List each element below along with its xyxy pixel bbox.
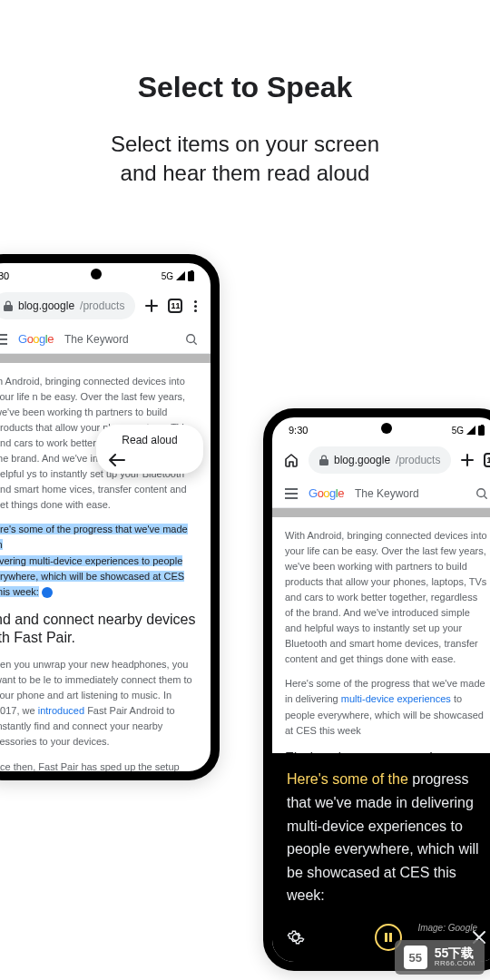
url-host: blog.google <box>334 454 390 466</box>
signal-icon <box>176 271 185 280</box>
search-icon[interactable] <box>185 333 198 346</box>
inline-link[interactable]: multi-device experiences <box>341 693 451 704</box>
subtitle-line2: and hear them read aloud <box>0 159 490 188</box>
lock-icon <box>319 455 328 466</box>
url-path: /products <box>396 454 440 466</box>
hero-image-strip <box>272 508 490 517</box>
status-time: 30 <box>0 270 9 281</box>
camera-notch <box>381 423 392 434</box>
watermark-badge: 55 <box>404 946 427 969</box>
tabs-button[interactable]: 11 <box>484 448 490 472</box>
highlighted-selection[interactable]: ere's some of the progress that we've ma… <box>0 522 198 599</box>
url-host: blog.google <box>18 299 74 312</box>
selection-handle-icon[interactable] <box>42 587 53 598</box>
paragraph: nce then, Fast Pair has sped up the setu… <box>0 760 198 780</box>
status-time: 9:30 <box>289 425 308 436</box>
menu-icon[interactable] <box>0 334 7 345</box>
phone-mockup-right: 9:30 5G blog.google/products 11 Google T… <box>263 408 490 971</box>
search-icon[interactable] <box>475 487 488 500</box>
watermark-url: RR66.COM <box>435 960 475 968</box>
caption-text: Here's some of the progress that we've m… <box>287 768 486 907</box>
watermark: 55 55下载 RR66.COM <box>395 940 485 975</box>
subtitle-line1: Select items on your screen <box>0 130 490 159</box>
network-label: 5G <box>452 426 464 436</box>
back-button[interactable] <box>109 450 191 468</box>
image-credit: Image: Google <box>417 923 477 933</box>
url-path: /products <box>80 299 124 312</box>
battery-icon <box>478 426 485 436</box>
new-tab-button[interactable] <box>144 294 159 318</box>
site-header: Google The Keyword <box>272 479 490 508</box>
address-bar[interactable]: blog.google/products <box>309 446 451 474</box>
browser-toolbar: blog.google/products 11 <box>272 441 490 479</box>
phone-mockup-left: 30 5G blog.google/products 11 Google The… <box>0 254 220 780</box>
home-button[interactable] <box>283 448 299 472</box>
caption-highlight: Here's some of the <box>287 771 408 787</box>
settings-button[interactable] <box>287 928 305 946</box>
network-label: 5G <box>162 271 173 281</box>
tab-count: 11 <box>168 299 182 313</box>
new-tab-button[interactable] <box>460 448 475 472</box>
menu-button[interactable] <box>191 294 200 318</box>
lock-icon <box>4 300 13 311</box>
page-title: Select to Speak <box>0 71 490 104</box>
section-heading: nd and connect nearby devices ith Fast P… <box>0 611 198 649</box>
google-logo: Google <box>309 486 344 500</box>
paragraph: hen you unwrap your new headphones, you … <box>0 657 198 750</box>
site-header: Google The Keyword <box>0 325 211 354</box>
google-logo: Google <box>18 332 54 346</box>
menu-icon[interactable] <box>285 488 298 499</box>
camera-notch <box>91 269 102 279</box>
more-vert-icon <box>194 300 197 312</box>
paragraph: Here's some of the progress that we've m… <box>285 676 488 738</box>
inline-link[interactable]: introduced <box>38 705 84 716</box>
battery-icon <box>188 271 194 281</box>
hero-image-strip <box>0 354 211 363</box>
page-subtitle: Select items on your screen and hear the… <box>0 130 490 189</box>
popover-title: Read aloud <box>109 430 191 450</box>
watermark-title: 55下载 <box>435 946 475 960</box>
status-bar: 30 5G <box>0 263 211 287</box>
browser-toolbar: blog.google/products 11 <box>0 287 211 325</box>
paragraph: With Android, bringing connected devices… <box>285 528 488 667</box>
address-bar[interactable]: blog.google/products <box>0 292 135 319</box>
tab-count: 11 <box>484 453 490 467</box>
site-title: The Keyword <box>355 487 465 500</box>
tabs-button[interactable]: 11 <box>168 294 182 318</box>
signal-icon <box>466 426 475 435</box>
site-title: The Keyword <box>64 333 174 346</box>
read-aloud-popover[interactable]: Read aloud <box>96 425 203 474</box>
